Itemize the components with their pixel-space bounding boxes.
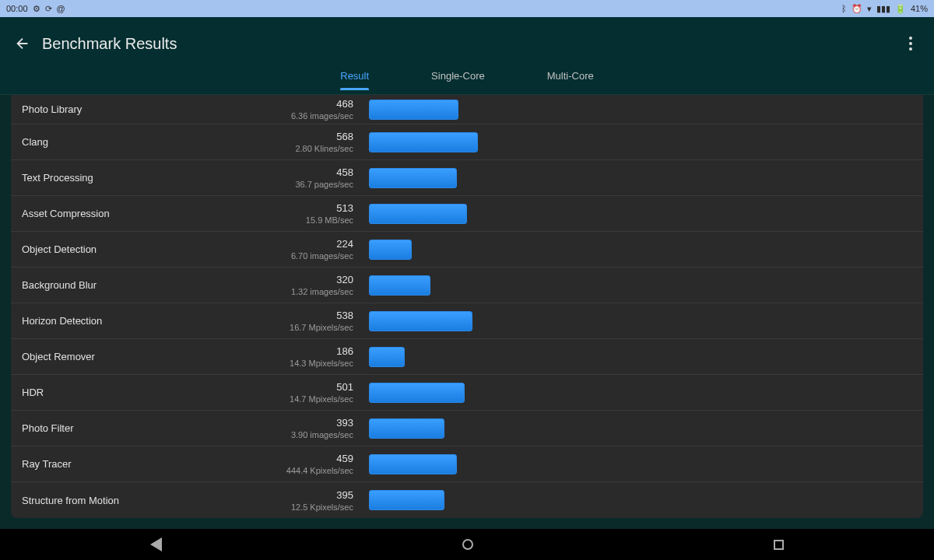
battery-icon: 🔋 — [895, 4, 906, 14]
result-score: 468 — [244, 98, 353, 110]
result-name: Background Blur — [11, 279, 244, 291]
result-score-col: 39512.5 Kpixels/sec — [244, 489, 369, 512]
result-score: 538 — [244, 310, 353, 321]
page-title: Benchmark Results — [42, 35, 177, 53]
results-card: Photo Library4686.36 images/secClang5682… — [11, 95, 923, 518]
result-subtext: 444.4 Kpixels/sec — [244, 466, 353, 475]
tab-result[interactable]: Result — [340, 70, 369, 89]
settings-icon: ⚙ — [33, 4, 40, 14]
result-bar — [369, 132, 478, 152]
result-bar-col — [369, 490, 923, 510]
result-row[interactable]: Photo Library4686.36 images/sec — [11, 95, 923, 124]
result-score-col: 50114.7 Mpixels/sec — [244, 381, 369, 404]
result-bar-col — [369, 383, 923, 403]
result-name: Ray Tracer — [11, 458, 244, 470]
result-row[interactable]: Object Remover18614.3 Mpixels/sec — [11, 339, 923, 375]
result-subtext: 36.7 pages/sec — [244, 180, 353, 189]
result-subtext: 12.5 Kpixels/sec — [244, 502, 353, 512]
result-bar-col — [369, 275, 923, 296]
result-score: 224 — [244, 238, 353, 250]
result-row[interactable]: Horizon Detection53816.7 Mpixels/sec — [11, 303, 923, 339]
app-bar: Benchmark Results — [0, 17, 934, 70]
result-name: Asset Compression — [11, 208, 244, 219]
result-subtext: 1.32 images/sec — [244, 287, 353, 296]
result-bar — [369, 347, 405, 367]
result-subtext: 14.7 Mpixels/sec — [244, 394, 353, 404]
nav-back-icon[interactable] — [150, 537, 162, 551]
result-name: HDR — [11, 387, 244, 398]
result-subtext: 14.3 Mpixels/sec — [244, 359, 353, 368]
result-score-col: 53816.7 Mpixels/sec — [244, 310, 369, 332]
alarm-off-icon: ⏰ — [851, 4, 862, 14]
result-name: Horizon Detection — [11, 315, 244, 327]
result-score-col: 3201.32 images/sec — [244, 274, 369, 296]
back-arrow-icon[interactable] — [14, 35, 31, 52]
tab-bar: Result Single-Core Multi-Core — [0, 70, 934, 95]
result-score: 568 — [244, 131, 353, 142]
bluetooth-icon: ᛒ — [841, 4, 847, 13]
result-row[interactable]: Photo Filter3933.90 images/sec — [11, 411, 923, 446]
result-score-col: 459444.4 Kpixels/sec — [244, 453, 369, 475]
result-subtext: 6.70 images/sec — [244, 251, 353, 261]
status-bar: 00:00 ⚙ ⟳ @ ᛒ ⏰ ▾ ▮▮▮ 🔋 41% — [0, 0, 934, 17]
result-score-col: 5682.80 Klines/sec — [244, 131, 369, 153]
result-score: 186 — [244, 345, 353, 357]
result-score: 501 — [244, 381, 353, 393]
result-score: 458 — [244, 166, 353, 178]
result-row[interactable]: Text Processing45836.7 pages/sec — [11, 160, 923, 196]
status-battery: 41% — [911, 4, 928, 13]
result-score-col: 2246.70 images/sec — [244, 238, 369, 261]
result-bar — [369, 168, 457, 188]
nav-recent-icon[interactable] — [774, 540, 784, 550]
result-subtext: 3.90 images/sec — [244, 430, 353, 439]
result-bar — [369, 204, 467, 224]
result-bar — [369, 275, 430, 296]
result-bar — [369, 454, 457, 474]
overflow-menu-icon[interactable] — [903, 36, 918, 51]
at-icon: @ — [57, 4, 65, 13]
result-row[interactable]: Background Blur3201.32 images/sec — [11, 268, 923, 303]
result-bar — [369, 100, 458, 120]
result-score: 393 — [244, 417, 353, 429]
result-bar-col — [369, 347, 923, 367]
result-bar — [369, 490, 444, 510]
result-name: Structure from Motion — [11, 495, 244, 506]
result-bar-col — [369, 240, 923, 260]
nav-home-icon[interactable] — [462, 539, 473, 550]
result-subtext: 6.36 images/sec — [244, 111, 353, 121]
result-bar-col — [369, 132, 923, 152]
result-bar-col — [369, 168, 923, 188]
result-subtext: 16.7 Mpixels/sec — [244, 323, 353, 332]
tab-single-core[interactable]: Single-Core — [431, 70, 485, 89]
result-bar-col — [369, 311, 923, 331]
result-bar-col — [369, 454, 923, 474]
result-bar — [369, 240, 412, 260]
result-row[interactable]: Object Detection2246.70 images/sec — [11, 232, 923, 268]
result-bar — [369, 383, 465, 403]
result-bar-col — [369, 418, 923, 439]
result-name: Clang — [11, 136, 244, 148]
result-subtext: 2.80 Klines/sec — [244, 144, 353, 153]
result-row[interactable]: Asset Compression51315.9 MB/sec — [11, 196, 923, 232]
wifi-icon: ▾ — [867, 4, 872, 14]
result-row[interactable]: Clang5682.80 Klines/sec — [11, 124, 923, 160]
status-time: 00:00 — [6, 4, 28, 13]
result-score-col: 45836.7 pages/sec — [244, 166, 369, 189]
result-bar — [369, 311, 472, 331]
result-bar-col — [369, 204, 923, 224]
result-score: 395 — [244, 489, 353, 501]
results-container: Photo Library4686.36 images/secClang5682… — [0, 95, 934, 518]
result-name: Photo Filter — [11, 422, 244, 434]
result-row[interactable]: Ray Tracer459444.4 Kpixels/sec — [11, 446, 923, 482]
result-score-col: 4686.36 images/sec — [244, 98, 369, 121]
result-name: Object Detection — [11, 243, 244, 255]
result-score-col: 18614.3 Mpixels/sec — [244, 345, 369, 368]
result-score-col: 3933.90 images/sec — [244, 417, 369, 439]
result-bar — [369, 418, 444, 439]
result-name: Object Remover — [11, 351, 244, 362]
result-row[interactable]: HDR50114.7 Mpixels/sec — [11, 375, 923, 411]
result-score: 513 — [244, 202, 353, 214]
result-row[interactable]: Structure from Motion39512.5 Kpixels/sec — [11, 482, 923, 518]
result-subtext: 15.9 MB/sec — [244, 215, 353, 225]
tab-multi-core[interactable]: Multi-Core — [547, 70, 594, 89]
